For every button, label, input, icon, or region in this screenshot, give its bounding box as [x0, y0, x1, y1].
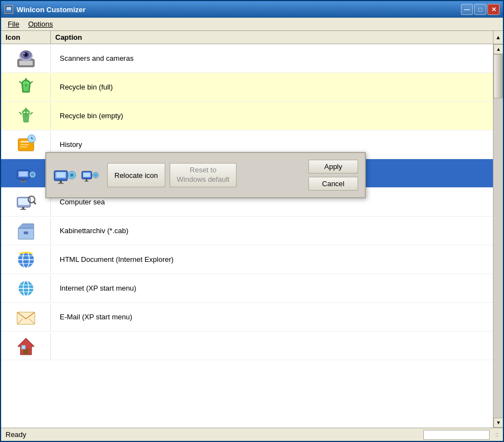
menu-file[interactable]: File [3, 19, 24, 29]
scroll-down-button[interactable]: ▼ [494, 418, 503, 428]
popup-panel: Relocate icon Reset toWindows default Ap… [45, 152, 366, 198]
menu-bar: File Options [1, 18, 503, 31]
title-bar: WinIcon Customizer — □ ✕ [1, 1, 503, 18]
table-row[interactable]: HTML Document (Internet Explorer) [1, 245, 493, 274]
svg-rect-53 [56, 172, 65, 177]
table-row[interactable]: Recycle bin (empty) [1, 102, 493, 130]
email-icon [15, 306, 37, 328]
svg-rect-20 [22, 179, 24, 181]
row-caption: Scanners and cameras [51, 52, 493, 65]
svg-rect-64 [85, 181, 88, 182]
row-caption: Kabinettarchiv (*.cab) [51, 224, 493, 237]
table-header: Icon Caption ▲ [1, 31, 503, 44]
row-icon-cell [1, 160, 51, 187]
svg-rect-55 [58, 183, 64, 184]
restore-button[interactable]: □ [474, 4, 486, 15]
svg-rect-13 [20, 146, 27, 148]
row-caption: Recycle bin (empty) [51, 109, 493, 122]
history-icon [15, 134, 37, 156]
main-content: Icon Caption ▲ [1, 31, 503, 428]
cancel-button[interactable]: Cancel [308, 177, 358, 191]
scroll-up-button[interactable]: ▲ [493, 31, 503, 44]
menu-options[interactable]: Options [24, 19, 57, 29]
row-caption [51, 344, 493, 348]
row-caption: Recycle bin (full) [51, 81, 493, 93]
row-icon-cell [1, 218, 51, 244]
svg-rect-62 [83, 173, 90, 177]
svg-rect-3 [19, 61, 33, 65]
apply-button[interactable]: Apply [308, 160, 358, 173]
popup-buttons-left: Relocate icon Reset toWindows default [107, 163, 303, 187]
svg-rect-1 [7, 7, 11, 10]
svg-rect-27 [22, 207, 24, 209]
resize-grip[interactable]: :: [490, 432, 498, 438]
status-text: Ready [6, 430, 423, 439]
col-header-caption: Caption [51, 31, 493, 44]
svg-line-30 [34, 202, 35, 204]
svg-point-66 [94, 173, 97, 177]
row-icon-cell [1, 189, 51, 215]
cabinet-icon [15, 220, 37, 242]
svg-rect-19 [19, 172, 27, 176]
row-caption: Internet (XP start menu) [51, 282, 493, 294]
row-icon-cell [1, 103, 51, 129]
table-row[interactable]: E-Mail (XP start menu) [1, 303, 493, 332]
svg-rect-12 [20, 144, 29, 145]
minimize-button[interactable]: — [461, 4, 473, 15]
svg-point-9 [23, 81, 29, 84]
table-row[interactable]: Scanners and cameras [1, 44, 493, 73]
popup-network-icon-small [78, 164, 102, 187]
svg-rect-28 [20, 209, 26, 210]
table-rows: Scanners and cameras [1, 44, 493, 428]
svg-rect-21 [20, 181, 26, 182]
row-icon-cell [1, 246, 51, 273]
title-bar-buttons: — □ ✕ [461, 4, 500, 15]
svg-rect-63 [86, 179, 87, 181]
table-row[interactable]: Kabinettarchiv (*.cab) [1, 217, 493, 245]
row-icon-cell [1, 304, 51, 330]
close-button[interactable]: ✕ [487, 4, 500, 15]
svg-point-7 [25, 54, 27, 56]
reset-to-default-button[interactable]: Reset toWindows default [170, 163, 237, 187]
table-body: Scanners and cameras [1, 44, 503, 428]
row-icon-cell [1, 131, 51, 158]
svg-point-8 [23, 53, 25, 54]
my-network-icon [15, 162, 37, 185]
menu-options-label: Options [28, 20, 53, 28]
recycle-empty-icon [15, 105, 37, 127]
status-bar: Ready :: [1, 428, 503, 441]
table-row[interactable]: Internet (XP start menu) [1, 274, 493, 303]
row-icon-cell [1, 275, 51, 302]
house-icon [15, 335, 37, 357]
row-icon-cell [1, 333, 51, 359]
scanner-icon [15, 48, 37, 70]
svg-point-58 [71, 174, 73, 176]
window-title: WinIcon Customizer [17, 6, 461, 14]
relocate-icon-button[interactable]: Relocate icon [107, 163, 165, 187]
svg-point-23 [31, 173, 34, 176]
internet-icon [15, 277, 37, 299]
scroll-track [494, 54, 503, 418]
svg-rect-32 [24, 231, 28, 234]
popup-network-icon-large [53, 164, 76, 187]
svg-rect-50 [22, 345, 25, 349]
scroll-thumb[interactable] [494, 54, 503, 98]
col-header-icon: Icon [1, 31, 51, 44]
row-caption: HTML Document (Internet Explorer) [51, 253, 493, 266]
menu-file-label: File [8, 20, 19, 28]
table-row[interactable] [1, 332, 493, 360]
status-right-panel [423, 430, 490, 440]
scrollbar: ▲ ▼ [493, 44, 503, 428]
ie-icon [15, 249, 37, 271]
table-row[interactable]: Recycle bin (full) [1, 73, 493, 102]
row-icon-cell [1, 45, 51, 72]
popup-buttons-right: Apply Cancel [308, 160, 358, 191]
scroll-up-button[interactable]: ▲ [494, 44, 503, 54]
row-caption: History [51, 138, 493, 151]
app-icon [4, 5, 13, 14]
recycle-full-icon [15, 76, 37, 98]
row-caption: E-Mail (XP start menu) [51, 311, 493, 323]
main-window: WinIcon Customizer — □ ✕ File Options Ic… [0, 0, 504, 442]
svg-rect-49 [23, 349, 29, 355]
computer-search-icon [15, 191, 37, 213]
